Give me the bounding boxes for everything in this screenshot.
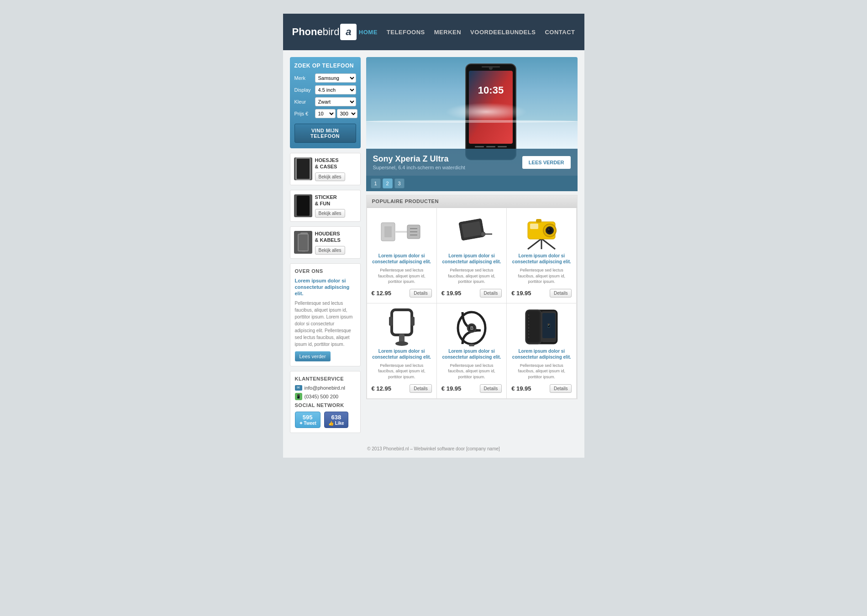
social-title: SOCIAL NETWORK (295, 402, 356, 408)
houders-category: HOUDERS& KABELS Bekijk alles (290, 226, 361, 259)
svg-line-33 (541, 239, 555, 249)
svg-line-32 (528, 239, 541, 249)
svg-text:10:35: 10:35 (478, 84, 504, 96)
product-price-2: € 19.95 (441, 290, 461, 297)
hoesjes-title: HOESJES& CASES (315, 157, 357, 170)
product-title-6: Lorem ipsum dolor si consectetur adipisc… (511, 348, 572, 360)
logo[interactable]: Phonebird a (292, 24, 357, 40)
product-item-6: 📱 Lorem ipsum dolor si consectetur adipi… (507, 303, 576, 398)
hoesjes-category: HOESJES& CASES Bekijk alles (290, 153, 361, 185)
product-image-6: 📱 (519, 309, 564, 345)
product-desc-1: Pellentesque sed lectus faucibus, alique… (372, 267, 432, 285)
svg-rect-43 (389, 317, 393, 326)
over-ons-title: OVER ONS (295, 268, 356, 274)
hero-banner: 10:35 Sony Xperia Z Ult (366, 57, 578, 176)
vind-mijn-telfoon-button[interactable]: VIND MIJN TELEFOON (294, 124, 356, 143)
svg-point-39 (548, 229, 550, 230)
svg-rect-16 (475, 146, 484, 147)
tweet-button[interactable]: 595 ✦ Tweet (295, 412, 321, 428)
svg-rect-3 (297, 195, 309, 214)
sticker-category: ★ ★ STICKER& FUN Bekijk alles (290, 190, 361, 222)
over-ons-box: OVER ONS Lorem ipsum dolor si consectetu… (290, 263, 361, 366)
prijs-max-select[interactable]: 300 200 400 (337, 109, 357, 118)
hero-subtitle: Supersnel, 6.4 inch-scherm en waterdicht (373, 165, 465, 170)
houder-icon (294, 231, 312, 254)
product-item-2: Lorem ipsum dolor si consectetur adipisc… (437, 208, 506, 303)
hero-lees-verder-button[interactable]: LEES VERDER (522, 156, 571, 169)
populaire-header: POPULAIRE PRODUCTEN (367, 195, 577, 208)
product-item-4: Lorem ipsum dolor si consectetur adipisc… (367, 303, 436, 398)
product-desc-4: Pellentesque sed lectus faucibus, alique… (372, 363, 432, 380)
svg-rect-44 (411, 317, 415, 326)
logo-text: Phonebird (292, 26, 340, 38)
phone-number: (0345) 500 200 (305, 394, 339, 399)
page-1-button[interactable]: 1 (371, 178, 381, 188)
social-buttons: 595 ✦ Tweet 638 👍 Like (295, 412, 356, 428)
svg-text:★: ★ (302, 209, 305, 214)
hoesjes-icon (294, 157, 312, 180)
hoesjes-bekijk-button[interactable]: Bekijk alles (315, 172, 345, 181)
product-price-3: € 19.95 (511, 290, 531, 297)
product-desc-6: Pellentesque sed lectus faucibus, alique… (511, 363, 572, 380)
over-ons-link[interactable]: Lorem ipsum dolor si consectetur adipisc… (295, 277, 356, 297)
sticker-bekijk-button[interactable]: Bekijk alles (315, 209, 345, 218)
svg-point-46 (395, 341, 408, 346)
product-details-button-3[interactable]: Details (550, 289, 572, 298)
product-desc-3: Pellentesque sed lectus faucibus, alique… (511, 267, 572, 285)
email-address[interactable]: info@phonebird.nl (305, 385, 345, 391)
product-title-2: Lorem ipsum dolor si consectetur adipisc… (441, 253, 502, 265)
svg-rect-1 (298, 160, 307, 173)
merk-select[interactable]: Samsung Apple Sony HTC (315, 73, 356, 83)
nav-home[interactable]: HOME (359, 29, 378, 36)
kleur-select[interactable]: Zwart Wit Rood (315, 97, 356, 106)
nav-telefoons[interactable]: TELEFOONS (387, 29, 425, 36)
svg-rect-17 (486, 146, 495, 147)
houders-title: HOUDERS& KABELS (315, 230, 357, 244)
product-details-button-2[interactable]: Details (480, 289, 502, 298)
svg-rect-18 (498, 146, 507, 147)
houders-info: HOUDERS& KABELS Bekijk alles (315, 230, 357, 255)
hoesjes-info: HOESJES& CASES Bekijk alles (315, 157, 357, 181)
prijs-label: Prijs € (294, 111, 315, 116)
product-image-2 (449, 214, 494, 250)
product-title-1: Lorem ipsum dolor si consectetur adipisc… (372, 253, 432, 265)
page-3-button[interactable]: 3 (394, 178, 405, 188)
prijs-min-select[interactable]: 10 50 100 (315, 109, 336, 118)
over-ons-body: Pellentesque sed lectus faucibus, alique… (295, 300, 356, 348)
product-title-4: Lorem ipsum dolor si consectetur adipisc… (372, 348, 432, 360)
main-nav: HOME TELEFOONS MERKEN VOORDEELBUNDELS CO… (359, 29, 575, 36)
svg-rect-51 (469, 344, 474, 346)
product-image-5: B (449, 309, 494, 345)
svg-rect-40 (530, 224, 538, 229)
product-item-5: B Lorem ipsum dolor si consectetur adipi… (437, 303, 506, 398)
svg-rect-42 (392, 310, 412, 335)
product-details-button-1[interactable]: Details (410, 289, 432, 298)
product-price-1: € 12.95 (372, 290, 391, 297)
sticker-title: STICKER& FUN (315, 194, 357, 207)
products-grid: Lorem ipsum dolor si consectetur adipisc… (367, 208, 577, 399)
klantenservice-title: KLANTENSERVICE (295, 376, 356, 381)
social-section: SOCIAL NETWORK 595 ✦ Tweet 638 👍 Like (295, 402, 356, 428)
page-2-button[interactable]: 2 (383, 178, 393, 188)
like-button[interactable]: 638 👍 Like (324, 412, 348, 428)
product-details-button-4[interactable]: Details (410, 384, 432, 393)
nav-contact[interactable]: CONTACT (545, 29, 575, 36)
nav-merken[interactable]: MERKEN (434, 29, 461, 36)
display-select[interactable]: 4.5 inch 4.0 inch 5.0 inch (315, 85, 356, 94)
svg-rect-41 (536, 219, 541, 223)
product-image-4 (379, 309, 425, 345)
email-row: ✉ info@phonebird.nl (295, 385, 356, 391)
merk-label: Merk (294, 75, 315, 81)
svg-text:📱: 📱 (546, 323, 551, 328)
svg-rect-0 (297, 158, 309, 177)
nav-voordeelbundels[interactable]: VOORDEELBUNDELS (470, 29, 536, 36)
svg-rect-2 (302, 160, 308, 180)
phone-row: 📱 (0345) 500 200 (295, 393, 356, 400)
display-label: Display (294, 87, 315, 93)
logo-icon: a (340, 24, 357, 40)
product-details-button-6[interactable]: Details (550, 384, 572, 393)
product-details-button-5[interactable]: Details (480, 384, 502, 393)
lees-verder-button[interactable]: Lees verder (295, 351, 331, 361)
houders-bekijk-button[interactable]: Bekijk alles (315, 246, 345, 255)
svg-point-38 (547, 228, 552, 233)
